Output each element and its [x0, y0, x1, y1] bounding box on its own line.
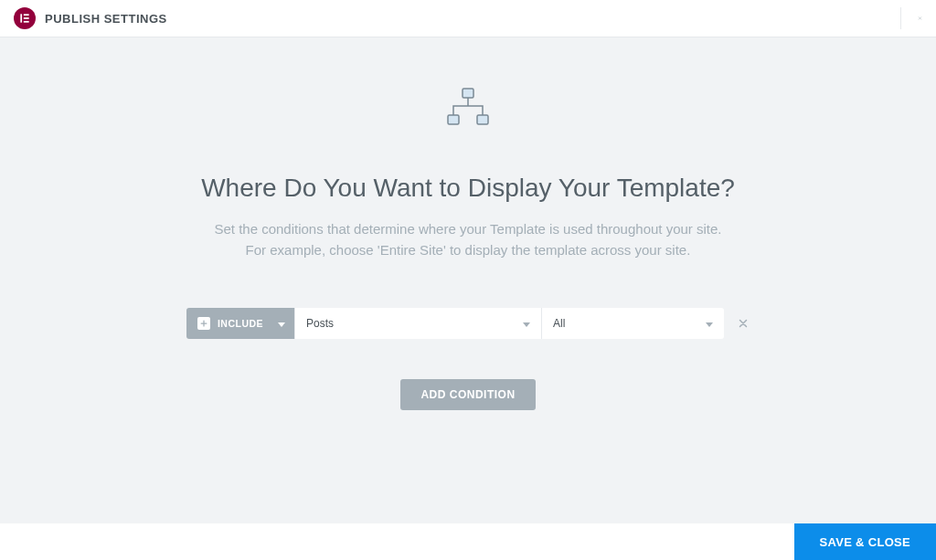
sitemap-icon	[447, 88, 489, 130]
close-button[interactable]	[900, 7, 922, 29]
condition-type-select[interactable]: Posts	[294, 308, 541, 339]
main-content: Where Do You Want to Display Your Templa…	[0, 37, 936, 523]
close-icon	[737, 317, 750, 330]
header-title: PUBLISH SETTINGS	[45, 12, 167, 26]
condition-scope-value: All	[553, 317, 565, 330]
remove-condition-button[interactable]	[737, 317, 750, 330]
dialog-footer: SAVE & CLOSE	[0, 523, 936, 560]
include-label: INCLUDE	[218, 318, 263, 329]
condition-row: INCLUDE Posts All	[186, 308, 750, 339]
description-text: Set the conditions that determine where …	[214, 219, 721, 260]
svg-rect-3	[24, 21, 29, 23]
plus-icon	[197, 317, 210, 330]
elementor-logo-icon	[14, 7, 36, 29]
condition-type-value: Posts	[306, 317, 334, 330]
add-condition-button[interactable]: ADD CONDITION	[400, 379, 535, 410]
main-title: Where Do You Want to Display Your Templa…	[201, 174, 735, 203]
description-line-1: Set the conditions that determine where …	[214, 219, 721, 240]
description-line-2: For example, choose 'Entire Site' to dis…	[214, 240, 721, 261]
header-left: PUBLISH SETTINGS	[14, 7, 167, 29]
svg-rect-5	[448, 115, 459, 124]
chevron-down-icon	[706, 317, 713, 330]
condition-scope-select[interactable]: All	[541, 308, 724, 339]
svg-rect-1	[24, 14, 29, 16]
svg-rect-6	[477, 115, 488, 124]
close-icon	[918, 12, 922, 25]
svg-rect-4	[463, 89, 473, 98]
svg-rect-0	[20, 14, 22, 22]
dialog-header: PUBLISH SETTINGS	[0, 0, 936, 37]
include-toggle-button[interactable]: INCLUDE	[186, 308, 294, 339]
svg-rect-2	[24, 17, 29, 19]
chevron-down-icon	[523, 317, 530, 330]
chevron-down-icon	[278, 318, 285, 329]
save-close-button[interactable]: SAVE & CLOSE	[794, 523, 936, 560]
